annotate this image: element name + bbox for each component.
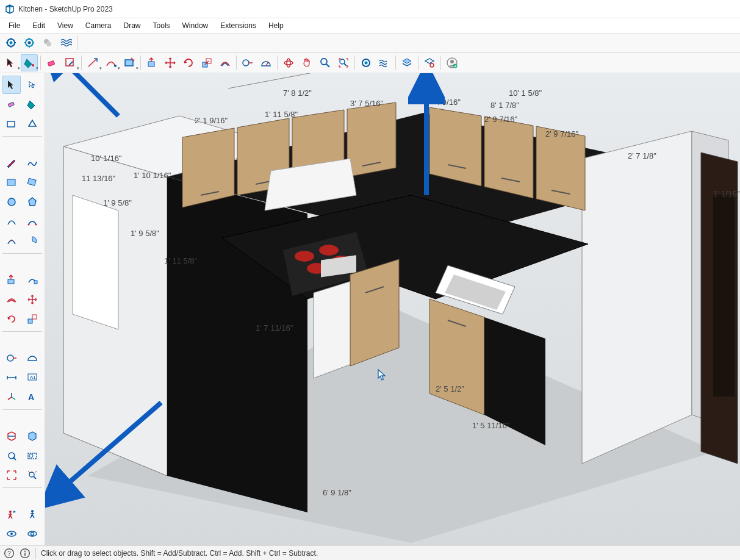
svg-point-43 bbox=[29, 454, 33, 458]
arc3-tool-button[interactable] bbox=[2, 232, 21, 250]
svg-point-45 bbox=[9, 511, 12, 513]
move-tool-button[interactable] bbox=[162, 54, 179, 71]
dropdown-arrow-icon: ▾ bbox=[136, 66, 138, 71]
menu-bar: File Edit View Camera Draw Tools Window … bbox=[0, 18, 740, 33]
zoom-extents-button[interactable] bbox=[335, 54, 352, 71]
line-tool-button[interactable]: ▾ bbox=[84, 54, 101, 71]
svg-marker-91 bbox=[350, 259, 399, 366]
toolbar-separator bbox=[236, 56, 237, 70]
menu-tools[interactable]: Tools bbox=[148, 20, 175, 31]
rotate-tool-button[interactable] bbox=[180, 54, 197, 71]
paint-bucket-button[interactable]: ▾ bbox=[21, 54, 38, 71]
circle-tool-button[interactable] bbox=[2, 193, 21, 211]
arc1-tool-button[interactable] bbox=[2, 212, 21, 231]
paint-tool-button[interactable] bbox=[23, 95, 41, 113]
edit-button[interactable]: ▾ bbox=[62, 54, 79, 71]
pan2-button[interactable] bbox=[23, 447, 41, 465]
pie-tool-button[interactable] bbox=[23, 232, 41, 250]
svg-text:A1: A1 bbox=[30, 375, 36, 380]
vbo-waves-button[interactable] bbox=[57, 34, 74, 51]
viewport-3d[interactable]: 7' 8 1/2" 10' 1 5/8" 8' 1 7/8" 4 9/16" 3… bbox=[45, 73, 740, 545]
arc-tool-button[interactable]: ▾ bbox=[102, 54, 120, 71]
freehand-tool-button[interactable] bbox=[23, 154, 41, 172]
orbit2-button[interactable] bbox=[2, 447, 21, 465]
shape2-tool-button[interactable] bbox=[23, 115, 41, 133]
menu-file[interactable]: File bbox=[4, 20, 25, 31]
eraser-button[interactable] bbox=[43, 54, 60, 71]
text-button[interactable]: A1 bbox=[23, 368, 41, 387]
rotate2-button[interactable] bbox=[2, 310, 21, 328]
svg-text:?: ? bbox=[7, 550, 11, 556]
svg-point-24 bbox=[453, 64, 458, 68]
followme-button[interactable] bbox=[23, 271, 41, 289]
tape-measure-button[interactable] bbox=[239, 54, 256, 71]
tape2-button[interactable] bbox=[2, 349, 21, 367]
3dtext-button[interactable]: A bbox=[23, 388, 41, 406]
menu-camera[interactable]: Camera bbox=[81, 20, 117, 31]
menu-draw[interactable]: Draw bbox=[119, 20, 146, 31]
vbo-faded-button[interactable] bbox=[39, 34, 56, 51]
svg-rect-28 bbox=[27, 178, 36, 185]
zoom2-button[interactable] bbox=[2, 466, 21, 484]
orbit-button[interactable] bbox=[280, 54, 297, 71]
dropdown-arrow-icon: ▾ bbox=[18, 66, 20, 71]
help-icon[interactable]: ? bbox=[4, 548, 15, 559]
info-icon[interactable] bbox=[20, 548, 31, 559]
rotrect-tool-button[interactable] bbox=[23, 173, 41, 192]
scale-tool-button[interactable] bbox=[198, 54, 215, 71]
menu-edit[interactable]: Edit bbox=[27, 20, 50, 31]
offset2-button[interactable] bbox=[2, 290, 21, 309]
zoomext2-button[interactable] bbox=[23, 466, 41, 484]
vbo-waves2-button[interactable] bbox=[376, 54, 393, 71]
vbo-gear-teal-button[interactable] bbox=[21, 34, 38, 51]
svg-point-3 bbox=[28, 41, 31, 45]
offset-tool-button[interactable] bbox=[217, 54, 234, 71]
dimension-label: 11 13/16" bbox=[82, 174, 115, 183]
dropdown-arrow-icon: ▾ bbox=[36, 66, 38, 71]
sketchup-logo-icon bbox=[5, 4, 15, 14]
position-camera-button[interactable] bbox=[2, 505, 21, 523]
layers-gear-button[interactable] bbox=[421, 54, 438, 71]
select-tool-button[interactable] bbox=[2, 76, 21, 94]
polygon-tool-button[interactable] bbox=[23, 193, 41, 211]
menu-window[interactable]: Window bbox=[178, 20, 214, 31]
toolbar-separator bbox=[354, 56, 355, 70]
svg-text:A: A bbox=[28, 392, 34, 402]
vbo-gear2-button[interactable] bbox=[357, 54, 375, 71]
dimension-label: 10' 1/16" bbox=[91, 154, 121, 163]
lasso-select-button[interactable] bbox=[23, 76, 41, 94]
window-title: Kitchen - SketchUp Pro 2023 bbox=[18, 5, 113, 13]
dims-button[interactable] bbox=[2, 368, 21, 387]
layers-button[interactable] bbox=[398, 54, 415, 71]
pushpull-button[interactable] bbox=[143, 54, 160, 71]
outliner-button[interactable] bbox=[23, 427, 41, 445]
menu-help[interactable]: Help bbox=[264, 20, 289, 31]
scale2-button[interactable] bbox=[23, 310, 41, 328]
menu-extensions[interactable]: Extensions bbox=[215, 20, 261, 31]
pan-button[interactable] bbox=[298, 54, 315, 71]
move2-button[interactable] bbox=[23, 290, 41, 309]
zoom-button[interactable] bbox=[317, 54, 334, 71]
protractor-button[interactable] bbox=[257, 54, 275, 71]
dimension-label: 7' 8 1/2" bbox=[283, 88, 312, 98]
select-arrow-button[interactable]: ▾ bbox=[2, 54, 20, 71]
arc2-tool-button[interactable] bbox=[23, 212, 41, 231]
dimension-label: 1' 5 11/16" bbox=[472, 421, 509, 430]
pushpull2-button[interactable] bbox=[2, 271, 21, 289]
pencil-tool-button[interactable] bbox=[2, 154, 21, 172]
camera-button[interactable] bbox=[23, 525, 41, 543]
vbo-gear-blue-button[interactable] bbox=[2, 34, 20, 51]
axes-button[interactable] bbox=[2, 388, 21, 406]
shape-tool-button[interactable] bbox=[2, 115, 21, 133]
rect-tool-button[interactable] bbox=[2, 173, 21, 192]
user-avatar-button[interactable] bbox=[444, 54, 461, 71]
look-around-button[interactable] bbox=[2, 525, 21, 543]
protractor2-button[interactable] bbox=[23, 349, 41, 367]
dimension-label: 1' 10 1/16" bbox=[134, 171, 171, 180]
section-button[interactable] bbox=[2, 427, 21, 445]
eraser-tool-button[interactable] bbox=[2, 95, 21, 113]
menu-view[interactable]: View bbox=[52, 20, 78, 31]
walk-button[interactable] bbox=[23, 505, 41, 523]
toolbar-separator bbox=[440, 56, 441, 70]
rectangle-tool-button[interactable]: ▾ bbox=[121, 54, 138, 71]
